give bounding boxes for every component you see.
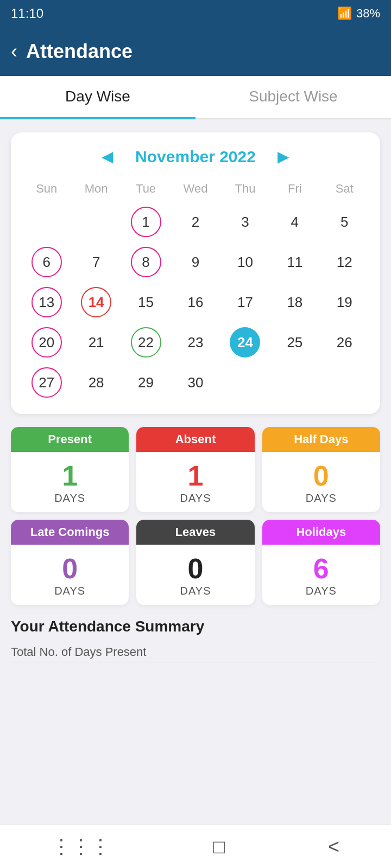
stat-number-leaves: 0 bbox=[142, 554, 249, 583]
stat-label-half-days: Half Days bbox=[262, 427, 380, 452]
stat-card-absent: Absent1DAYS bbox=[136, 427, 254, 512]
calendar-day[interactable]: 19 bbox=[320, 284, 369, 321]
calendar-day[interactable]: 8 bbox=[121, 244, 171, 280]
weekday-wed: Wed bbox=[171, 178, 220, 199]
stat-days-label-late-comings: DAYS bbox=[16, 585, 123, 597]
calendar-day bbox=[71, 203, 121, 240]
stat-number-late-comings: 0 bbox=[16, 554, 123, 583]
calendar-day[interactable]: 5 bbox=[320, 203, 369, 240]
calendar-day[interactable]: 14 bbox=[71, 284, 121, 321]
calendar-day[interactable]: 17 bbox=[220, 284, 270, 321]
status-bar: 11:10 📶 38% bbox=[0, 0, 391, 27]
stat-label-leaves: Leaves bbox=[136, 520, 254, 545]
calendar-header: ◀ November 2022 ▶ bbox=[22, 145, 369, 168]
calendar-day[interactable]: 16 bbox=[171, 284, 220, 321]
calendar-day[interactable]: 12 bbox=[320, 244, 369, 280]
calendar-day[interactable]: 25 bbox=[270, 324, 319, 361]
stat-label-present: Present bbox=[11, 427, 129, 452]
stat-number-present: 1 bbox=[16, 462, 123, 490]
nav-recent-icon[interactable]: ⋮⋮⋮ bbox=[52, 835, 110, 858]
stat-number-half-days: 0 bbox=[268, 462, 375, 490]
weekday-thu: Thu bbox=[220, 178, 270, 199]
weekday-sat: Sat bbox=[320, 178, 369, 199]
tab-subject-wise[interactable]: Subject Wise bbox=[195, 76, 391, 119]
calendar-day[interactable]: 10 bbox=[220, 244, 270, 280]
stat-card-leaves: Leaves0DAYS bbox=[136, 520, 254, 605]
stat-card-late-comings: Late Comings0DAYS bbox=[11, 520, 129, 605]
stat-value-area-present: 1DAYS bbox=[11, 452, 129, 512]
stat-days-label-present: DAYS bbox=[16, 492, 123, 505]
stat-label-late-comings: Late Comings bbox=[11, 520, 129, 545]
calendar-day[interactable]: 1 bbox=[121, 203, 171, 240]
calendar-day[interactable]: 7 bbox=[71, 244, 121, 280]
calendar-month-title: November 2022 bbox=[135, 148, 256, 166]
calendar-day[interactable]: 4 bbox=[270, 203, 319, 240]
calendar-day[interactable]: 15 bbox=[121, 284, 171, 321]
stat-number-absent: 1 bbox=[142, 462, 249, 490]
calendar-day bbox=[270, 364, 319, 401]
calendar-day[interactable]: 29 bbox=[121, 364, 171, 401]
calendar-day bbox=[220, 364, 270, 401]
stat-label-holidays: Holidays bbox=[262, 520, 380, 545]
stat-value-area-leaves: 0DAYS bbox=[136, 545, 254, 605]
back-icon[interactable]: ‹ bbox=[11, 40, 17, 63]
attendance-summary: Your Attendance Summary Total No. of Day… bbox=[11, 618, 380, 663]
calendar-day[interactable]: 26 bbox=[320, 324, 369, 361]
calendar-day[interactable]: 6 bbox=[22, 244, 71, 280]
calendar-day[interactable]: 21 bbox=[71, 324, 121, 361]
calendar-day[interactable]: 22 bbox=[121, 324, 171, 361]
stat-value-area-half-days: 0DAYS bbox=[262, 452, 380, 512]
stat-value-area-absent: 1DAYS bbox=[136, 452, 254, 512]
stats-grid: Present1DAYSAbsent1DAYSHalf Days0DAYSLat… bbox=[11, 427, 380, 605]
calendar-day[interactable]: 30 bbox=[171, 364, 220, 401]
nav-back-icon[interactable]: < bbox=[328, 835, 339, 858]
tab-day-wise[interactable]: Day Wise bbox=[0, 76, 195, 119]
stat-days-label-holidays: DAYS bbox=[268, 585, 375, 597]
tab-bar: Day Wise Subject Wise bbox=[0, 76, 391, 119]
stat-number-holidays: 6 bbox=[268, 554, 375, 583]
nav-home-icon[interactable]: □ bbox=[213, 835, 225, 858]
battery-text: 38% bbox=[356, 7, 380, 21]
wifi-icon: 📶 bbox=[337, 7, 352, 21]
weekday-sun: Sun bbox=[22, 178, 71, 199]
stat-card-half-days: Half Days0DAYS bbox=[262, 427, 380, 512]
stat-label-absent: Absent bbox=[136, 427, 254, 452]
calendar-next-button[interactable]: ▶ bbox=[272, 145, 295, 168]
status-time: 11:10 bbox=[11, 6, 43, 21]
stat-days-label-absent: DAYS bbox=[142, 492, 249, 505]
calendar-day[interactable]: 23 bbox=[171, 324, 220, 361]
calendar-day[interactable]: 9 bbox=[171, 244, 220, 280]
status-right: 📶 38% bbox=[337, 7, 380, 21]
weekday-mon: Mon bbox=[71, 178, 121, 199]
calendar-day bbox=[320, 364, 369, 401]
page-title: Attendance bbox=[26, 40, 133, 63]
stat-days-label-half-days: DAYS bbox=[268, 492, 375, 505]
calendar-grid: Sun Mon Tue Wed Thu Fri Sat 123456789101… bbox=[22, 178, 369, 401]
stat-value-area-late-comings: 0DAYS bbox=[11, 545, 129, 605]
calendar-day[interactable]: 2 bbox=[171, 203, 220, 240]
summary-item: Total No. of Days Present bbox=[11, 642, 380, 663]
calendar-day[interactable]: 3 bbox=[220, 203, 270, 240]
bottom-nav: ⋮⋮⋮ □ < bbox=[0, 825, 391, 868]
calendar-day[interactable]: 24 bbox=[220, 324, 270, 361]
calendar-day[interactable]: 18 bbox=[270, 284, 319, 321]
calendar-weekdays: Sun Mon Tue Wed Thu Fri Sat bbox=[22, 178, 369, 199]
stat-value-area-holidays: 6DAYS bbox=[262, 545, 380, 605]
calendar-card: ◀ November 2022 ▶ Sun Mon Tue Wed Thu Fr… bbox=[11, 132, 380, 414]
stat-card-holidays: Holidays6DAYS bbox=[262, 520, 380, 605]
summary-title: Your Attendance Summary bbox=[11, 618, 380, 635]
stat-card-present: Present1DAYS bbox=[11, 427, 129, 512]
calendar-day[interactable]: 28 bbox=[71, 364, 121, 401]
weekday-fri: Fri bbox=[270, 178, 319, 199]
calendar-day[interactable]: 20 bbox=[22, 324, 71, 361]
stat-days-label-leaves: DAYS bbox=[142, 585, 249, 597]
calendar-days: 1234567891011121314151617181920212223242… bbox=[22, 203, 369, 401]
calendar-day[interactable]: 13 bbox=[22, 284, 71, 321]
calendar-day bbox=[22, 203, 71, 240]
calendar-prev-button[interactable]: ◀ bbox=[96, 145, 119, 168]
weekday-tue: Tue bbox=[121, 178, 171, 199]
calendar-day[interactable]: 11 bbox=[270, 244, 319, 280]
calendar-day[interactable]: 27 bbox=[22, 364, 71, 401]
header: ‹ Attendance bbox=[0, 27, 391, 76]
